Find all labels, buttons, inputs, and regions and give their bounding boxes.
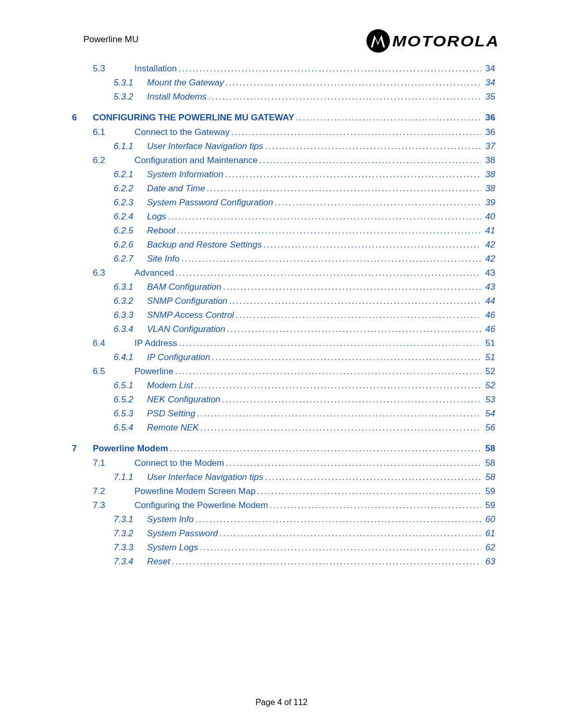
toc-entry[interactable]: 5.3.1Mount the Gateway34 [72,76,495,90]
toc-leader-dots [225,170,481,179]
toc-leader-dots [177,226,481,235]
toc-entry-title: Reset [147,557,170,566]
toc-entry[interactable]: 6CONFIGURING THE POWERLINE MU GATEWAY36 [72,104,495,125]
toc-entry[interactable]: 7.3.3System Logs62 [72,540,495,554]
page-number-label: Page 4 of 112 [255,698,308,707]
toc-leader-dots [200,423,481,432]
toc-entry-title-col: VLAN Configuration [147,325,482,334]
toc-entry-number: 6.2.1 [114,170,147,179]
toc-entry-number: 7.1 [93,459,134,467]
toc-entry-page: 59 [485,487,495,496]
toc-entry-title: BAM Configuration [147,282,222,291]
toc-entry[interactable]: 7Powerline Modem58 [72,435,495,456]
toc-entry-title: User Interface Navigation tips [147,473,263,482]
toc-entry-title-col: PSD Setting [147,409,482,418]
motorola-m-icon [369,32,387,50]
toc-entry-page: 61 [485,529,495,538]
toc-entry-title: Mount the Gateway [147,78,224,87]
toc-entry-number: 7.3.2 [114,529,147,538]
toc-entry[interactable]: 7.2Powerline Modem Screen Map59 [72,484,495,498]
toc-leader-dots [259,156,481,165]
page-footer: Page 4 of 112 [0,698,563,707]
toc-entry-title-col: NEK Configuration [147,395,482,404]
toc-leader-dots [197,409,481,418]
toc-entry[interactable]: 6.5Powerline52 [72,364,495,378]
toc-entry[interactable]: 6.2.3System Password Configuration39 [72,195,495,209]
toc-entry-page: 51 [485,353,495,362]
toc-entry-title-col: System Information [147,170,482,179]
toc-entry[interactable]: 6.4.1IP Configuration51 [72,350,495,364]
toc-leader-dots [195,515,481,524]
toc-entry[interactable]: 6.2.1System Information38 [72,167,495,181]
toc-leader-dots [257,487,481,496]
toc-entry-title: Modem List [147,381,193,390]
toc-entry-number: 6.5.1 [114,381,147,390]
toc-entry[interactable]: 6.2.6Backup and Restore Settings42 [72,238,495,252]
toc-leader-dots [270,501,481,510]
toc-entry-page: 42 [485,240,495,249]
toc-entry[interactable]: 5.3.2Install Modems35 [72,90,495,104]
toc-entry[interactable]: 6.3.3SNMP Access Control46 [72,308,495,322]
toc-entry[interactable]: 6.5.4Remote NEK56 [72,421,495,435]
toc-entry[interactable]: 6.1.1User Interface Navigation tips37 [72,139,495,153]
toc-entry[interactable]: 7.3.2System Password61 [72,526,495,540]
toc-leader-dots [206,184,481,193]
toc-entry-number: 5.3.2 [114,92,147,101]
toc-entry-title-col: User Interface Navigation tips [147,142,482,151]
toc-entry[interactable]: 6.3Advanced43 [72,266,495,280]
toc-entry[interactable]: 6.1Connect to the Gateway36 [72,125,495,139]
toc-entry-page: 36 [485,128,495,137]
toc-entry[interactable]: 6.2.4Logs40 [72,209,495,224]
toc-entry[interactable]: 7.3Configuring the Powerline Modem59 [72,498,495,512]
toc-entry-page: 43 [485,268,495,277]
toc-entry-page: 41 [485,226,495,235]
toc-entry-page: 40 [485,212,495,221]
toc-entry-title: Date and Time [147,184,205,193]
toc-leader-dots [275,198,481,207]
toc-entry[interactable]: 5.3Installation34 [72,61,495,76]
toc-entry-number: 6.2.3 [114,198,147,207]
toc-entry[interactable]: 6.3.2SNMP Configuration44 [72,294,495,308]
toc-entry[interactable]: 6.2Configuration and Maintenance38 [72,153,495,167]
toc-entry[interactable]: 7.3.1System Info60 [72,512,495,526]
toc-entry[interactable]: 6.5.1Modem List52 [72,378,495,392]
toc-entry-title: Configuration and Maintenance [134,156,258,165]
toc-entry[interactable]: 6.2.7Site Info42 [72,252,495,266]
toc-entry-page: 46 [485,311,495,319]
toc-entry-number: 6.1 [93,128,134,137]
toc-entry[interactable]: 6.2.5Reboot41 [72,224,495,238]
toc-entry[interactable]: 6.4IP Address51 [72,336,495,350]
toc-entry-title-col: CONFIGURING THE POWERLINE MU GATEWAY [93,113,482,122]
toc-entry[interactable]: 7.3.4Reset63 [72,554,495,569]
toc-entry-title-col: Installation [134,64,482,73]
toc-entry[interactable]: 6.5.3PSD Setting54 [72,406,495,421]
toc-entry-number: 7.2 [93,487,134,496]
toc-leader-dots [176,268,481,277]
toc-entry-title: Configuring the Powerline Modem [134,501,268,510]
toc-entry-page: 34 [485,64,495,73]
toc-entry-title: Powerline Modem [93,444,168,453]
toc-entry-number: 6.3.1 [114,282,147,291]
toc-entry-page: 60 [485,515,495,524]
toc-entry-number: 6.5.2 [114,395,147,404]
toc-entry[interactable]: 7.1Connect to the Modem58 [72,456,495,470]
toc-entry-title-col: Connect to the Modem [134,459,482,467]
toc-entry-number: 6.1.1 [114,142,147,151]
toc-entry-title-col: Reboot [147,226,482,235]
toc-leader-dots [231,128,481,137]
toc-entry[interactable]: 6.3.1BAM Configuration43 [72,280,495,294]
toc-entry-title: User Interface Navigation tips [147,142,263,151]
toc-entry-number: 6.2.4 [114,212,147,221]
motorola-wordmark: MOTOROLA [392,32,499,50]
toc-entry[interactable]: 6.2.2Date and Time38 [72,181,495,195]
toc-leader-dots [296,113,481,122]
toc-entry[interactable]: 6.5.2NEK Configuration53 [72,392,495,406]
toc-entry[interactable]: 6.3.4VLAN Configuration46 [72,322,495,336]
toc-entry-title-col: Configuring the Powerline Modem [134,501,482,510]
toc-entry-title-col: Advanced [134,268,482,277]
toc-entry-title-col: Powerline [134,367,482,376]
toc-entry-number: 6.3.2 [114,297,147,305]
toc-entry-title: IP Address [134,339,177,348]
toc-entry-number: 7.1.1 [114,473,147,482]
toc-entry[interactable]: 7.1.1User Interface Navigation tips58 [72,470,495,484]
